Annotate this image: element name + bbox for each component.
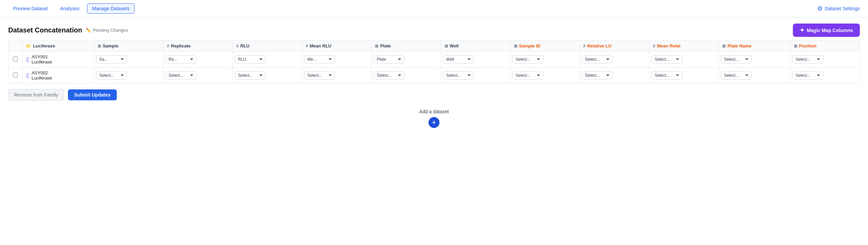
col-mean-rlu: # Mean RLU bbox=[302, 41, 372, 52]
add-dataset-section: Add a dataset + bbox=[8, 101, 860, 131]
row1-plate-name-select[interactable]: Select... bbox=[721, 55, 752, 63]
col-relative-lu: # Relative LU bbox=[580, 41, 649, 52]
row1-position-select[interactable]: Select... bbox=[793, 55, 823, 63]
row2-mean-rlu-select[interactable]: Select... bbox=[304, 71, 335, 80]
row2-dataset-cell: ⣿ ASY002Luciferase bbox=[23, 68, 94, 84]
row2-plate-name-cell: Select... bbox=[719, 68, 790, 84]
row2-well-cell: Select... bbox=[441, 68, 510, 84]
col-mean-relat-label: Mean Relat bbox=[657, 43, 681, 48]
pending-changes: ✏️ Pending Changes bbox=[86, 28, 128, 33]
row2-sample-id-cell: Select... bbox=[510, 68, 579, 84]
col-sample-id: ⊞ Sample ID bbox=[510, 41, 579, 52]
col-replicate-label: Replicate bbox=[171, 43, 191, 48]
row2-sample-id-select[interactable]: Select... bbox=[513, 71, 543, 80]
col-mean-rlu-label: Mean RLU bbox=[310, 43, 332, 48]
row1-relative-lu-select[interactable]: Select... bbox=[582, 55, 613, 63]
nav-links: Preview Dataset Analyses Manage Datasets bbox=[8, 3, 135, 14]
row1-sample-id-cell: Select... bbox=[510, 52, 579, 68]
add-dataset-button[interactable]: + bbox=[429, 117, 439, 128]
text-icon-sample: ⊞ bbox=[98, 44, 101, 48]
pending-label: Pending Changes bbox=[93, 28, 128, 33]
text-icon-plate-name: ⊞ bbox=[722, 44, 726, 48]
row1-replicate-cell: Re... bbox=[163, 52, 233, 68]
row2-mean-rlu-cell: Select... bbox=[302, 68, 372, 84]
row1-well-select[interactable]: Well bbox=[443, 55, 474, 63]
hash-icon-mean-relat: # bbox=[653, 44, 655, 48]
col-relative-lu-label: Relative LU bbox=[587, 43, 612, 48]
col-position-label: Position bbox=[799, 43, 816, 48]
concatenation-table: 📁 Luciferase ⊞ Sample # Replicate bbox=[8, 40, 860, 84]
col-plate-label: Plate bbox=[380, 43, 391, 48]
page-title: Dataset Concatenation bbox=[8, 26, 82, 34]
row1-rlu-select[interactable]: RLU bbox=[235, 55, 266, 63]
row2-checkbox-cell bbox=[9, 68, 23, 84]
row2-position-cell: Select... bbox=[790, 68, 859, 84]
row1-plate-name-cell: Select... bbox=[719, 52, 790, 68]
dataset-icon-row1: ⣿ bbox=[26, 57, 29, 62]
col-replicate: # Replicate bbox=[163, 41, 233, 52]
row1-rlu-cell: RLU bbox=[233, 52, 302, 68]
col-sample-label: Sample bbox=[103, 43, 118, 48]
col-well-label: Well bbox=[450, 43, 459, 48]
page-header: Dataset Concatenation ✏️ Pending Changes… bbox=[0, 17, 868, 40]
row1-sample-id-select[interactable]: Select... bbox=[513, 55, 543, 63]
row2-replicate-cell: Select... bbox=[163, 68, 233, 84]
table-row: ⣿ ASY002Luciferase Select... Select... bbox=[9, 68, 860, 84]
hash-icon-replicate: # bbox=[167, 44, 169, 48]
col-plate: ⊞ Plate bbox=[372, 41, 441, 52]
row2-relative-lu-cell: Select... bbox=[580, 68, 649, 84]
row2-plate-select[interactable]: Select... bbox=[374, 71, 404, 80]
sparkle-icon: ✦ bbox=[800, 27, 804, 33]
row1-plate-select[interactable]: Plate bbox=[374, 55, 404, 63]
col-sample: ⊞ Sample bbox=[94, 41, 163, 52]
row2-replicate-select[interactable]: Select... bbox=[166, 71, 196, 80]
row1-dataset-cell: ⣿ ASY001Luciferase bbox=[23, 52, 94, 68]
hash-icon-rlu: # bbox=[236, 44, 239, 48]
col-well: ⊞ Well bbox=[441, 41, 510, 52]
row1-sample-select[interactable]: Sa... bbox=[96, 55, 127, 63]
row1-checkbox-cell bbox=[9, 52, 23, 68]
col-plate-name: ⊞ Plate Name bbox=[719, 41, 790, 52]
row1-mean-rlu-cell: Me... bbox=[302, 52, 372, 68]
text-icon-sample-id: ⊞ bbox=[514, 44, 517, 48]
row1-replicate-select[interactable]: Re... bbox=[166, 55, 196, 63]
row1-mean-rlu-select[interactable]: Me... bbox=[304, 55, 335, 63]
row1-relative-lu-cell: Select... bbox=[580, 52, 649, 68]
row2-relative-lu-select[interactable]: Select... bbox=[582, 71, 613, 80]
submit-updates-button[interactable]: Submit Updates bbox=[68, 89, 117, 100]
text-icon-plate: ⊞ bbox=[375, 44, 378, 48]
row1-mean-relat-cell: Select... bbox=[649, 52, 719, 68]
row2-rlu-select[interactable]: Select... bbox=[235, 71, 266, 80]
magic-map-label: Magic Map Columns bbox=[807, 28, 853, 33]
checkbox-col-header bbox=[9, 41, 23, 52]
row1-checkbox[interactable] bbox=[13, 57, 18, 61]
plus-icon: + bbox=[432, 119, 436, 126]
row2-checkbox[interactable] bbox=[13, 73, 18, 77]
remove-from-family-button[interactable]: Remove from Family bbox=[8, 89, 64, 101]
row2-sample-cell: Select... bbox=[94, 68, 163, 84]
row2-plate-name-select[interactable]: Select... bbox=[721, 71, 752, 80]
nav-manage-datasets[interactable]: Manage Datasets bbox=[87, 3, 135, 14]
row2-well-select[interactable]: Select... bbox=[443, 71, 474, 80]
actions-row: Remove from Family Submit Updates bbox=[8, 84, 860, 101]
nav-analyses[interactable]: Analyses bbox=[55, 4, 84, 13]
row2-sample-select[interactable]: Select... bbox=[96, 71, 127, 80]
dataset-settings-label: Dataset Settings bbox=[825, 6, 860, 11]
row2-mean-relat-select[interactable]: Select... bbox=[652, 71, 682, 80]
magic-map-button[interactable]: ✦ Magic Map Columns bbox=[793, 24, 860, 37]
text-icon-well: ⊞ bbox=[445, 44, 448, 48]
row2-position-select[interactable]: Select... bbox=[793, 71, 823, 80]
row1-plate-cell: Plate bbox=[372, 52, 441, 68]
text-icon-position: ⊞ bbox=[794, 44, 797, 48]
add-dataset-label: Add a dataset bbox=[419, 109, 449, 114]
row2-plate-cell: Select... bbox=[372, 68, 441, 84]
dataset-icon-row2: ⣿ bbox=[26, 73, 29, 78]
nav-preview[interactable]: Preview Dataset bbox=[8, 4, 53, 13]
col-mean-relat: # Mean Relat bbox=[649, 41, 719, 52]
hash-icon-mean-rlu: # bbox=[306, 44, 308, 48]
dataset-settings-link[interactable]: ⚙ Dataset Settings bbox=[817, 5, 860, 12]
col-sample-id-label: Sample ID bbox=[519, 43, 541, 48]
col-rlu: # RLU bbox=[233, 41, 302, 52]
row1-mean-relat-select[interactable]: Select... bbox=[652, 55, 682, 63]
table-row: ⣿ ASY001Luciferase Sa... Re... bbox=[9, 52, 860, 68]
